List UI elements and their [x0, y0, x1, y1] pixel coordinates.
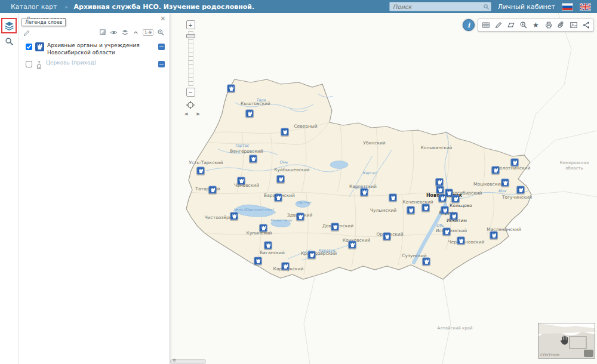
- layers-panel-button[interactable]: [4, 21, 14, 31]
- archive-emblem-icon: [519, 188, 523, 193]
- zoom-to-layer-icon[interactable]: [157, 28, 165, 36]
- archive-marker[interactable]: [436, 186, 444, 194]
- locate-target-icon[interactable]: [186, 100, 195, 110]
- identify-info-button[interactable]: i: [463, 19, 475, 31]
- archive-marker[interactable]: [238, 177, 245, 185]
- archive-emblem-icon: [443, 208, 447, 213]
- close-icon[interactable]: ×: [161, 14, 165, 23]
- archive-marker[interactable]: [443, 228, 451, 236]
- archive-marker[interactable]: [452, 195, 460, 203]
- archive-marker[interactable]: [250, 155, 257, 163]
- archive-emblem-icon: [385, 235, 389, 239]
- archive-marker[interactable]: [383, 233, 391, 240]
- layer-checkbox[interactable]: [26, 61, 32, 67]
- bookmarks-button[interactable]: ★: [530, 20, 542, 30]
- table-icon: [482, 21, 490, 29]
- catalog-maps-link[interactable]: Каталог карт: [11, 3, 57, 11]
- layer-label[interactable]: Церковь (приход): [46, 60, 155, 67]
- layer-checkbox[interactable]: [26, 44, 32, 50]
- archive-marker[interactable]: [422, 204, 430, 212]
- layer-menu-icon[interactable]: [158, 44, 165, 50]
- archive-marker[interactable]: [517, 186, 525, 194]
- pan-right-icon[interactable]: ▶: [197, 112, 200, 116]
- overview-toggle-button[interactable]: [584, 350, 593, 357]
- draw-measure-button[interactable]: [492, 20, 504, 30]
- archive-emblem-icon: [248, 112, 252, 116]
- archive-marker[interactable]: [308, 251, 316, 259]
- zoom-in-box-button[interactable]: [517, 20, 530, 30]
- archive-marker[interactable]: [230, 212, 238, 220]
- export-image-button[interactable]: [567, 20, 580, 30]
- zoom-slider[interactable]: [188, 31, 193, 86]
- archive-marker[interactable]: [227, 85, 235, 92]
- archive-emblem-icon: [492, 233, 496, 238]
- basemap: [170, 13, 597, 364]
- archive-marker[interactable]: [457, 237, 465, 245]
- map-search-button[interactable]: [4, 37, 14, 47]
- left-rail: [0, 13, 19, 364]
- archive-marker[interactable]: [450, 212, 458, 220]
- search-input[interactable]: [391, 4, 483, 10]
- archive-marker[interactable]: [246, 110, 254, 118]
- basemap-credit: СПУТНИК: [540, 353, 560, 357]
- archive-marker[interactable]: [441, 206, 449, 214]
- archive-marker[interactable]: [361, 189, 368, 196]
- paperclip-icon: [557, 21, 565, 29]
- archive-marker[interactable]: [492, 166, 500, 174]
- print-button[interactable]: [542, 20, 555, 30]
- archive-marker[interactable]: [439, 195, 447, 202]
- archive-emblem-icon: [503, 181, 507, 186]
- zoom-in-button[interactable]: +: [186, 20, 195, 29]
- image-icon: [570, 21, 578, 29]
- archive-marker[interactable]: [511, 159, 519, 166]
- zoom-slider-handle[interactable]: [186, 34, 195, 38]
- archive-marker[interactable]: [281, 128, 289, 136]
- topbar: Каталог карт ▹ Архивная служба НСО. Изуч…: [0, 0, 597, 13]
- area-measure-button[interactable]: [504, 20, 517, 30]
- archive-marker[interactable]: [297, 213, 304, 221]
- archive-marker[interactable]: [436, 178, 444, 186]
- british-flag-icon[interactable]: [580, 3, 591, 11]
- archive-marker[interactable]: [349, 241, 356, 249]
- share-button[interactable]: [580, 20, 592, 30]
- search-box: [389, 2, 491, 11]
- search-icon: [5, 37, 14, 46]
- transparency-icon[interactable]: [99, 28, 106, 36]
- layer-label[interactable]: Архивные органы и учреждения Новосибирск…: [47, 42, 155, 56]
- attribute-table-button[interactable]: [479, 20, 492, 30]
- archive-emblem-icon: [452, 214, 456, 219]
- layer-menu-icon[interactable]: [158, 61, 165, 67]
- archive-marker[interactable]: [254, 257, 262, 265]
- archive-emblem-icon: [438, 188, 442, 193]
- archive-emblem-icon: [261, 226, 266, 231]
- star-icon: ★: [533, 21, 539, 29]
- archive-marker[interactable]: [197, 167, 205, 175]
- polygon-icon: [507, 21, 515, 29]
- collapse-icon[interactable]: [133, 28, 139, 36]
- archive-marker[interactable]: [264, 242, 272, 249]
- archive-marker[interactable]: [331, 223, 339, 231]
- archive-marker[interactable]: [407, 206, 415, 214]
- archive-marker[interactable]: [277, 175, 285, 183]
- archive-emblem-icon: [211, 188, 215, 193]
- archive-marker[interactable]: [260, 224, 267, 232]
- archive-emblem-icon: [438, 180, 442, 185]
- zoom-out-button[interactable]: −: [186, 88, 195, 97]
- visibility-eye-icon[interactable]: [110, 28, 118, 36]
- archive-emblem-icon: [409, 208, 413, 213]
- layers-visibility-icon[interactable]: [121, 28, 129, 36]
- archive-marker[interactable]: [282, 263, 290, 270]
- archive-marker[interactable]: [389, 194, 397, 202]
- pan-left-icon[interactable]: ◀: [184, 112, 187, 116]
- zoom-control: + − ◀ ▶: [184, 20, 196, 116]
- attachments-button[interactable]: [555, 20, 567, 30]
- archive-marker[interactable]: [501, 179, 509, 187]
- archive-marker[interactable]: [275, 194, 282, 202]
- account-link[interactable]: Личный кабинет: [498, 3, 555, 11]
- search-icon[interactable]: [483, 4, 490, 10]
- map-canvas[interactable]: КыштовскийСеверныйУсть-ТаркскийВенгеровс…: [170, 13, 597, 364]
- archive-marker[interactable]: [209, 186, 217, 194]
- russian-flag-icon[interactable]: [562, 3, 573, 11]
- archive-marker[interactable]: [490, 232, 498, 239]
- archive-marker[interactable]: [423, 258, 430, 266]
